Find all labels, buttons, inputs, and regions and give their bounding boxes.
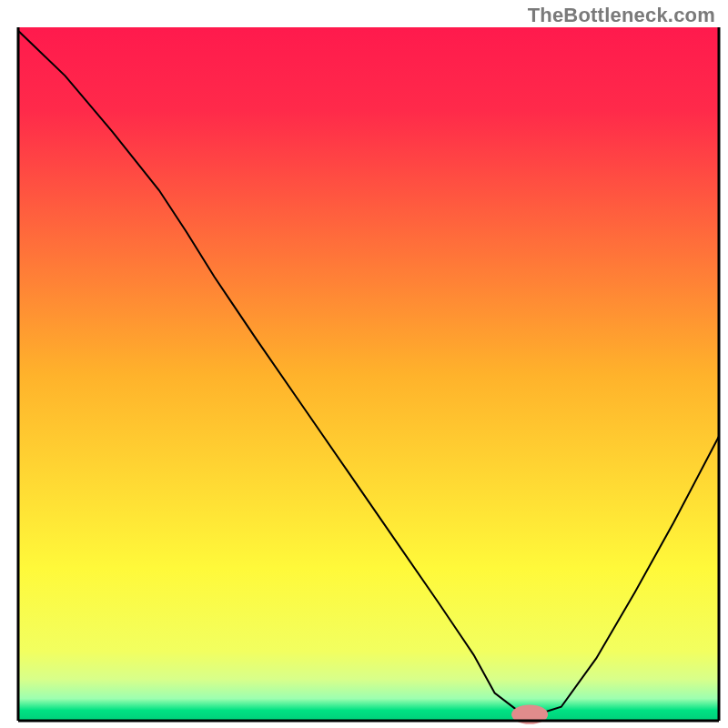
bottleneck-chart: TheBottleneck.com [0,0,728,728]
chart-svg [0,0,728,728]
watermark-text: TheBottleneck.com [528,4,715,27]
gradient-background [18,27,719,721]
